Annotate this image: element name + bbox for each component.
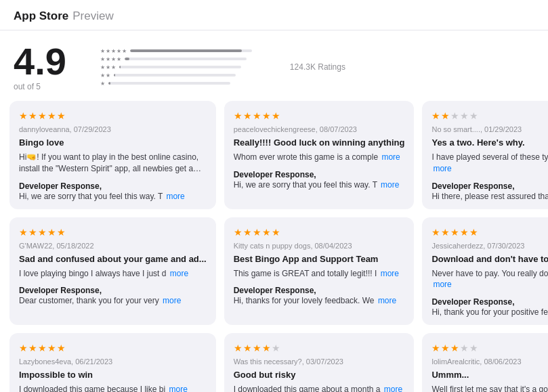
reviewer-info: Was this necessary?, 03/07/2023 (234, 357, 405, 366)
reviewer-info: dannyloveanna, 07/29/2023 (19, 125, 207, 133)
more-link[interactable]: more (170, 269, 188, 278)
reviews-grid: ★★★★★dannyloveanna, 07/29/2023Bingo love… (0, 101, 548, 392)
star-icon: ★ (243, 110, 252, 121)
reviewer-info: G'MAW22, 05/18/2022 (19, 242, 207, 250)
star-icon: ★ (450, 110, 459, 121)
review-text: Whom ever wrote this game is a comple mo… (234, 152, 405, 163)
bar-star-icons: ★★ (100, 72, 111, 79)
reviewer-info: Jessicaherdezz, 07/30/2023 (431, 242, 548, 250)
review-title: Ummm... (431, 370, 548, 380)
star-icon: ★ (441, 227, 450, 238)
review-stars: ★★★★★ (431, 110, 548, 121)
star-bar-row: ★★★★★ (100, 48, 252, 54)
star-icon: ★ (28, 110, 37, 121)
review-text: Well first let me say that it's a good g… (431, 384, 548, 392)
bar-fill (114, 74, 115, 77)
bar-star-icons: ★★★★ (100, 56, 122, 62)
star-icon: ★ (253, 343, 261, 353)
review-stars: ★★★★★ (19, 343, 207, 353)
more-link[interactable]: more (384, 385, 402, 392)
review-title: Impossible to win (19, 370, 207, 380)
review-text: I downloaded this game because I like bi… (19, 384, 207, 392)
star-icon: ★ (253, 227, 261, 238)
review-title: Good but risky (234, 370, 405, 380)
bar-star-icons: ★★★★★ (100, 48, 127, 54)
star-bar-row: ★★★ (100, 64, 252, 70)
review-card: ★★★★★lolimArealcritic, 08/06/2023Ummm...… (422, 333, 548, 392)
review-title: Download and don't have to pay a cent (431, 254, 548, 264)
preview-label: Preview (72, 9, 113, 23)
star-icon: ★ (57, 343, 66, 353)
review-title: Bingo love (19, 137, 207, 148)
star-icon: ★ (38, 227, 47, 238)
star-icon: ★ (450, 227, 459, 238)
app-store-title: App Store (14, 9, 68, 23)
dev-more-link[interactable]: more (163, 296, 181, 305)
dev-response-title: Developer Response, (431, 297, 548, 307)
dev-response-title: Developer Response, (19, 286, 207, 295)
review-text: This game is GREAT and totally legit!!! … (234, 268, 405, 280)
dev-response-title: Developer Response, (234, 286, 405, 295)
dev-more-link[interactable]: more (166, 192, 184, 201)
review-text: Hi🤜! If you want to play in the best onl… (19, 152, 207, 175)
star-icon: ★ (38, 110, 47, 121)
developer-response: Developer Response,Hi, thank you for you… (431, 297, 548, 317)
dev-response-title: Developer Response, (431, 181, 548, 191)
more-link[interactable]: more (433, 280, 451, 289)
star-icon: ★ (262, 227, 271, 238)
star-icon: ★ (47, 110, 56, 121)
review-title: Really!!!! Good luck on winning anything (234, 137, 405, 148)
developer-response: Developer Response,Hi there, please rest… (431, 181, 548, 201)
star-icon: ★ (272, 343, 280, 353)
dev-response-text: Dear customer, thank you for your very m… (19, 296, 207, 305)
developer-response: Developer Response,Hi, we are sorry that… (234, 170, 405, 190)
review-text: I love playing bingo I always have I jus… (19, 268, 207, 280)
dev-more-link[interactable]: more (378, 296, 396, 305)
star-icon: ★ (234, 343, 243, 353)
star-icon: ★ (19, 110, 28, 121)
star-icon: ★ (272, 227, 280, 238)
developer-response: Developer Response,Hi, thanks for your l… (234, 286, 405, 305)
more-link[interactable]: more (169, 385, 187, 392)
star-icon: ★ (243, 343, 252, 353)
star-icon: ★ (469, 227, 478, 238)
ratings-count: 124.3K Ratings (290, 62, 345, 72)
more-link[interactable]: more (433, 164, 451, 173)
review-title: Best Bingo App and Support Team (234, 254, 405, 264)
review-stars: ★★★★★ (234, 227, 405, 238)
star-icon: ★ (234, 227, 243, 238)
bar-fill (125, 58, 129, 60)
review-card: ★★★★★Was this necessary?, 03/07/2023Good… (224, 333, 415, 392)
bar-fill (119, 66, 121, 68)
star-icon: ★ (47, 343, 56, 353)
app-store-header: App Store Preview (0, 0, 548, 30)
star-icon: ★ (460, 343, 469, 353)
star-icon: ★ (469, 343, 478, 353)
ratings-section: 4.9 out of 5 ★★★★★★★★★★★★★★★ 124.3K Rati… (0, 30, 548, 101)
bar-track (119, 66, 241, 68)
star-icon: ★ (38, 343, 47, 353)
reviewer-info: No so smart...., 01/29/2023 (431, 125, 548, 133)
star-icon: ★ (460, 227, 469, 238)
reviewer-info: Lazybones4eva, 06/21/2023 (19, 357, 207, 366)
bar-track (130, 49, 252, 52)
reviewer-info: peacelovechickengreese, 08/07/2023 (234, 125, 405, 133)
more-link[interactable]: more (381, 152, 400, 162)
more-link[interactable]: more (381, 269, 399, 278)
star-icon: ★ (441, 343, 450, 353)
developer-response: Developer Response,Hi, we are sorry that… (19, 181, 207, 201)
bar-track (125, 58, 247, 60)
star-icon: ★ (469, 110, 478, 121)
dev-response-text: Hi, thanks for your lovely feedback. We … (234, 296, 405, 305)
dev-response-title: Developer Response, (19, 181, 207, 191)
star-bar-row: ★ (100, 81, 252, 87)
star-icon: ★ (47, 227, 56, 238)
star-icon: ★ (19, 227, 28, 238)
star-icon: ★ (253, 110, 261, 121)
dev-response-title: Developer Response, (234, 170, 405, 179)
rating-score: 4.9 (14, 43, 66, 81)
star-icon: ★ (262, 343, 271, 353)
dev-more-link[interactable]: more (381, 180, 399, 190)
star-icon: ★ (234, 110, 243, 121)
star-bar-row: ★★ (100, 72, 252, 79)
